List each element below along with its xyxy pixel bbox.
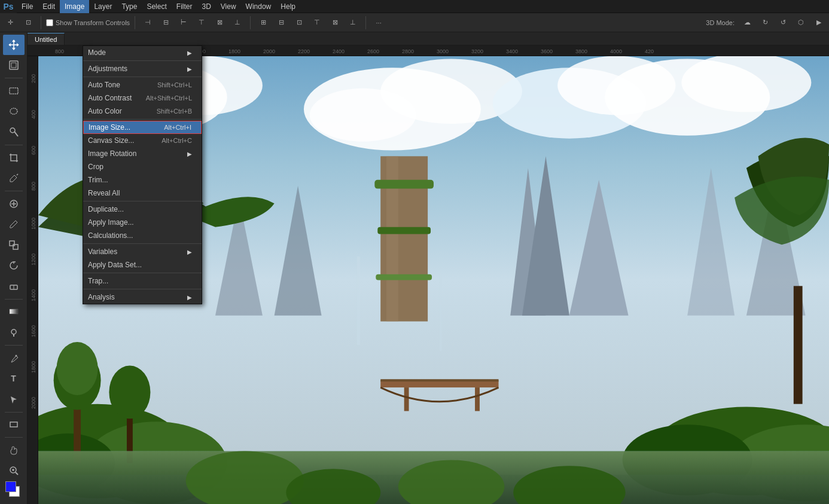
menubar: Ps File Edit Image Layer Type Select Fil… [0,0,829,13]
tool-dodge[interactable] [3,322,25,343]
menu-3d[interactable]: 3D [197,0,215,13]
tool-gradient[interactable] [3,302,25,322]
3d-btn-5[interactable]: ▶ [811,15,827,30]
tool-eraser[interactable] [3,276,25,297]
align-bottom-btn[interactable]: ⊥ [230,15,245,30]
distribute-mid-btn[interactable]: ⊠ [327,15,343,30]
menu-canvas-size[interactable]: Canvas Size... Alt+Ctrl+C [83,134,202,147]
menu-analysis[interactable]: Analysis ▶ [83,291,202,304]
menu-select[interactable]: Select [142,0,171,13]
align-left-btn[interactable]: ⊣ [140,15,156,30]
distribute-center-btn[interactable]: ⊟ [273,15,289,30]
tool-crop[interactable] [3,148,25,168]
tool-heal[interactable] [3,194,25,214]
tool-artboard[interactable] [3,56,25,76]
menu-type[interactable]: Type [117,0,142,13]
menu-crop[interactable]: Crop [83,160,202,173]
tool-marquee[interactable] [3,81,25,101]
align-right-btn[interactable]: ⊢ [176,15,191,30]
artboard-btn[interactable]: ⊡ [20,15,36,30]
submenu-arrow-3: ▶ [187,151,192,157]
tool-shape[interactable] [3,414,25,435]
menu-trap[interactable]: Trap... [83,274,202,288]
svg-point-29 [310,88,416,142]
document-tab[interactable]: Untitled [28,33,65,45]
svg-point-15 [11,329,16,334]
menu-apply-image[interactable]: Apply Image... [83,216,202,229]
toolbar-sep-4 [365,16,366,29]
menu-sep-6 [83,273,202,273]
menu-sep-7 [83,289,202,289]
transform-controls-label: Show Transform Controls [46,19,130,26]
distribute-left-btn[interactable]: ⊞ [255,15,271,30]
menu-adjustments[interactable]: Adjustments ▶ [83,62,202,75]
menu-reveal-all[interactable]: Reveal All [83,187,202,200]
left-toolbar: T [0,32,28,504]
tool-lasso[interactable] [3,102,25,122]
tool-sep-5 [5,345,23,346]
menu-edit[interactable]: Edit [38,0,60,13]
menu-auto-contrast[interactable]: Auto Contrast Alt+Shift+Ctrl+L [83,91,202,105]
fg-color-swatch[interactable] [5,481,16,492]
tool-path-select[interactable] [3,389,25,410]
3d-btn-1[interactable]: ☁ [739,15,755,30]
align-center-h-btn[interactable]: ⊟ [158,15,173,30]
distribute-bottom-btn[interactable]: ⊥ [345,15,361,30]
menu-calculations[interactable]: Calculations... [83,229,202,242]
menu-mode[interactable]: Mode ▶ [83,46,202,59]
submenu-arrow: ▶ [187,50,192,56]
submenu-arrow-5: ▶ [187,294,192,301]
menu-window[interactable]: Window [241,0,276,13]
tool-type[interactable]: T [3,368,25,389]
svg-point-5 [10,128,15,133]
tool-clone[interactable] [3,235,25,255]
svg-rect-61 [380,379,498,381]
svg-point-51 [57,342,98,395]
svg-rect-10 [10,241,14,246]
menu-file[interactable]: File [17,0,38,13]
distribute-right-btn[interactable]: ⊡ [291,15,307,30]
menu-trim[interactable]: Trim... [83,173,202,187]
tool-pen[interactable] [3,348,25,368]
tool-move[interactable] [3,35,25,55]
more-options-btn[interactable]: ··· [371,15,386,30]
menu-duplicate[interactable]: Duplicate... [83,203,202,216]
3d-btn-2[interactable]: ↻ [757,15,773,30]
3d-btn-3[interactable]: ↺ [775,15,791,30]
svg-rect-45 [376,274,432,280]
menu-layer[interactable]: Layer [89,0,117,13]
menu-view[interactable]: View [216,0,241,13]
svg-line-20 [16,472,18,475]
tool-zoom[interactable] [3,461,25,481]
tool-eyedropper[interactable] [3,168,25,188]
menu-sep-1 [83,60,202,61]
tool-hand[interactable] [3,440,25,460]
transform-controls-checkbox[interactable] [46,19,53,26]
tool-brush[interactable] [3,214,25,234]
menu-auto-tone[interactable]: Auto Tone Shift+Ctrl+L [83,78,202,91]
top-toolbar: ✛ ⊡ Show Transform Controls ⊣ ⊟ ⊢ ⊤ ⊠ ⊥ … [0,13,829,32]
tool-history[interactable] [3,256,25,276]
menu-filter[interactable]: Filter [172,0,197,13]
distribute-top-btn[interactable]: ⊤ [309,15,325,30]
menu-image-size[interactable]: Image Size... Alt+Ctrl+I [83,121,202,134]
menu-variables[interactable]: Variables ▶ [83,245,202,258]
align-center-v-btn[interactable]: ⊠ [212,15,227,30]
tool-sep-4 [5,299,23,300]
logo-text: Ps [3,2,13,11]
toolbar-sep-2 [135,16,135,29]
tool-sep-1 [5,78,23,78]
3d-btn-4[interactable]: ⬡ [793,15,809,30]
tool-sep-6 [5,412,23,413]
menu-help[interactable]: Help [276,0,300,13]
move-tool-btn[interactable]: ✛ [2,15,18,30]
svg-point-17 [15,355,17,356]
menu-image[interactable]: Image [60,0,89,13]
toolbar-sep-1 [41,16,41,29]
menu-apply-data-set[interactable]: Apply Data Set... [83,258,202,271]
align-top-btn[interactable]: ⊤ [194,15,209,30]
tool-magic-wand[interactable] [3,122,25,142]
menu-image-rotation[interactable]: Image Rotation ▶ [83,147,202,160]
menu-auto-color[interactable]: Auto Color Shift+Ctrl+B [83,105,202,118]
svg-rect-2 [10,88,18,94]
